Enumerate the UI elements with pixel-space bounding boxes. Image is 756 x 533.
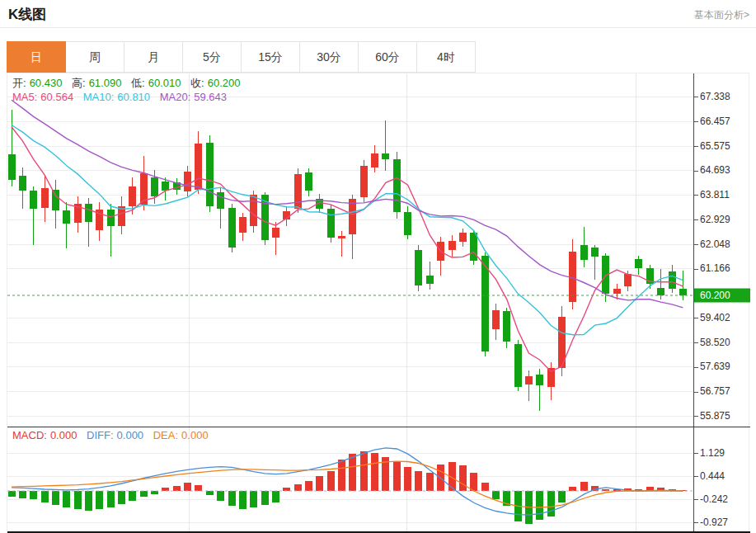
- candlestick-plot[interactable]: 开:60.430 高:61.090 低:60.010 收:60.200 MA5:…: [7, 73, 693, 427]
- tick-mark: [694, 453, 698, 454]
- close-value: 60.200: [208, 77, 241, 89]
- axis-tick-label: 63.811: [694, 189, 730, 200]
- tick-mark: [694, 522, 698, 523]
- macd-legend: MACD:0.000 DIFF:0.000 DEA:0.000: [12, 429, 215, 441]
- axis-tick-label: 66.457: [694, 116, 730, 127]
- tab-period-6[interactable]: 60分: [359, 41, 417, 73]
- low-label: 低:: [131, 77, 145, 89]
- tab-period-7[interactable]: 4时: [417, 41, 476, 73]
- axis-tick-label: 65.575: [694, 140, 730, 152]
- tick-mark: [694, 146, 698, 147]
- axis-tick-label: 61.166: [694, 262, 730, 274]
- panel-divider: [7, 427, 750, 427]
- header-divider: [0, 27, 756, 28]
- axis-tick-label: 55.875: [694, 410, 730, 422]
- diff-line: [12, 448, 683, 515]
- ma20-value: 59.643: [194, 91, 227, 103]
- ma5-label: MA5:: [12, 91, 37, 103]
- axis-tick-label: -0.927: [694, 516, 728, 528]
- period-tabbar: 日周月5分15分30分60分4时: [7, 41, 476, 73]
- ma20-line: [12, 100, 683, 308]
- open-value: 60.430: [30, 77, 63, 89]
- tick-mark: [694, 416, 698, 417]
- ma20-label: MA20:: [160, 91, 191, 103]
- tick-mark: [694, 244, 698, 245]
- axis-tick-label: 59.402: [694, 312, 730, 323]
- axis-tick-label: 62.929: [694, 214, 730, 225]
- diff-value: 0.000: [117, 429, 144, 441]
- high-value: 61.090: [89, 77, 122, 89]
- axis-separator: [693, 73, 694, 531]
- dea-value: 0.000: [181, 429, 209, 441]
- axis-tick-label: 57.639: [694, 361, 730, 372]
- dea-label: DEA:: [153, 429, 178, 441]
- macd-plot[interactable]: MACD:0.000 DIFF:0.000 DEA:0.000: [7, 427, 693, 531]
- low-value: 60.010: [148, 77, 181, 89]
- tick-mark: [694, 318, 698, 318]
- macd-label: MACD:: [12, 429, 47, 441]
- tab-period-2[interactable]: 月: [124, 41, 183, 73]
- axis-tick-label: 64.693: [694, 164, 730, 176]
- ma10-line: [12, 125, 683, 335]
- axis-tick-label: 62.048: [694, 238, 730, 250]
- axis-tick-label: 67.338: [694, 91, 730, 102]
- macd-axis: 1.1290.444-0.242-0.927: [694, 427, 750, 531]
- tab-period-1[interactable]: 周: [66, 41, 124, 73]
- tick-mark: [694, 367, 698, 368]
- tick-mark: [694, 97, 698, 97]
- tab-period-3[interactable]: 5分: [183, 41, 242, 73]
- axis-tick-label: 56.757: [694, 385, 730, 397]
- high-label: 高:: [72, 77, 86, 89]
- tick-mark: [694, 171, 698, 172]
- tick-mark: [694, 499, 698, 500]
- close-label: 收:: [190, 77, 204, 89]
- macd-value: 0.000: [50, 429, 77, 441]
- tick-mark: [694, 392, 698, 393]
- tick-mark: [694, 121, 698, 122]
- axis-tick-label: -0.242: [694, 493, 728, 505]
- diff-label: DIFF:: [87, 429, 114, 441]
- chart-region: 开:60.430 高:61.090 低:60.010 收:60.200 MA5:…: [7, 73, 749, 532]
- ma10-label: MA10:: [83, 91, 115, 103]
- current-price-tag: 60.200: [694, 288, 750, 302]
- ma-legend: MA5:60.564 MA10:60.810 MA20:59.643: [12, 91, 233, 103]
- ma-lines-svg: [7, 73, 693, 427]
- tab-period-5[interactable]: 30分: [300, 41, 359, 73]
- axis-tick-label: 0.444: [694, 470, 725, 482]
- kline-page: K线图 基本面分析> 日周月5分15分30分60分4时 开:60.430 高:6…: [0, 0, 756, 533]
- ohlc-legend: 开:60.430 高:61.090 低:60.010 收:60.200: [12, 76, 247, 91]
- dea-line: [12, 461, 683, 507]
- axis-tick-label: 58.520: [694, 337, 730, 348]
- tick-mark: [694, 476, 698, 477]
- page-title: K线图: [8, 5, 46, 24]
- fundamental-analysis-link[interactable]: 基本面分析>: [694, 8, 749, 22]
- ma10-value: 60.810: [117, 91, 150, 103]
- tick-mark: [694, 219, 698, 220]
- tick-mark: [694, 195, 698, 196]
- tab-period-0[interactable]: 日: [7, 41, 66, 73]
- macd-lines-svg: [7, 427, 693, 531]
- tick-mark: [694, 342, 698, 343]
- tab-period-4[interactable]: 15分: [242, 41, 300, 73]
- tick-mark: [694, 269, 698, 270]
- open-label: 开:: [12, 77, 26, 89]
- axis-tick-label: 1.129: [694, 447, 725, 459]
- ma5-value: 60.564: [40, 91, 73, 103]
- price-axis: 67.33866.45765.57564.69363.81162.92962.0…: [694, 73, 750, 427]
